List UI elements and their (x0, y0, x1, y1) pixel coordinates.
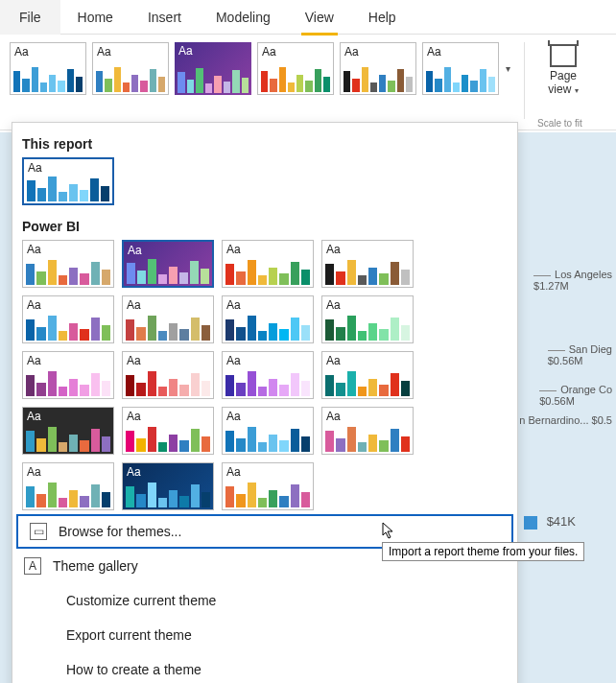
theme-option[interactable]: Aa (122, 295, 214, 343)
theme-option[interactable]: Aa (222, 240, 314, 288)
menu-view[interactable]: View (288, 0, 351, 35)
theme-option[interactable]: Aa (22, 351, 114, 399)
theme-option[interactable]: Aa (122, 462, 214, 510)
menubar: FileHomeInsertModelingViewHelp (0, 0, 616, 35)
theme-dropdown-caret[interactable]: ▾ (501, 42, 514, 95)
legend-swatch (524, 516, 537, 530)
theme-option[interactable]: Aa (222, 407, 314, 455)
report-amount: $41K (547, 514, 576, 529)
menu-modeling[interactable]: Modeling (199, 0, 288, 35)
theme-option[interactable]: Aa (321, 351, 414, 399)
theme-dropdown-panel: This report Aa Power BI AaAaAaAaAaAaAaAa… (12, 122, 518, 683)
menu-home[interactable]: Home (60, 0, 130, 35)
theme-option[interactable]: Aa (22, 240, 114, 288)
theme-option[interactable]: Aa (122, 351, 214, 399)
how-to-create-theme[interactable]: How to create a theme (12, 652, 517, 683)
page-view-button[interactable]: Pageview ▾ (534, 42, 592, 130)
tooltip: Import a report theme from your files. (382, 542, 584, 561)
theme-option[interactable]: Aa (122, 407, 214, 455)
theme-strip-item[interactable]: Aa (340, 42, 416, 95)
theme-strip-item[interactable]: Aa (92, 42, 169, 95)
section-power-bi: Power BI (22, 219, 517, 234)
theme-strip-item[interactable]: Aa (10, 42, 86, 95)
theme-option[interactable]: Aa (321, 295, 414, 343)
export-current-theme[interactable]: Export current theme (12, 618, 517, 652)
menu-help[interactable]: Help (351, 0, 414, 35)
theme-grid: AaAaAaAaAaAaAaAaAaAaAaAaAaAaAaAaAaAaAa (12, 240, 517, 510)
theme-quick-strip: AaAaAaAaAaAa (10, 42, 499, 130)
scale-to-fit-label: Scale to fit (537, 118, 582, 129)
customize-current-theme[interactable]: Customize current theme (12, 583, 517, 618)
gallery-icon: A (24, 557, 41, 575)
theme-option[interactable]: Aa (122, 240, 214, 288)
theme-option[interactable]: Aa (321, 407, 414, 455)
theme-option[interactable]: Aa (22, 407, 114, 455)
section-this-report: This report (22, 136, 517, 152)
theme-option[interactable]: Aa (222, 351, 314, 399)
page-view-icon (550, 44, 577, 67)
theme-strip-item[interactable]: Aa (175, 42, 251, 95)
theme-option[interactable]: Aa (22, 295, 114, 343)
theme-current[interactable]: Aa (22, 157, 114, 205)
theme-option[interactable]: Aa (222, 295, 314, 343)
menu-file[interactable]: File (0, 0, 60, 35)
menu-insert[interactable]: Insert (130, 0, 199, 35)
theme-strip-item[interactable]: Aa (422, 42, 499, 95)
theme-option[interactable]: Aa (222, 462, 314, 510)
ribbon: AaAaAaAaAaAa ▾ Pageview ▾ Scale to fit (0, 35, 616, 130)
browse-icon: ▭ (30, 523, 47, 540)
theme-option[interactable]: Aa (22, 462, 114, 510)
theme-option[interactable]: Aa (321, 240, 414, 288)
theme-strip-item[interactable]: Aa (257, 42, 334, 95)
